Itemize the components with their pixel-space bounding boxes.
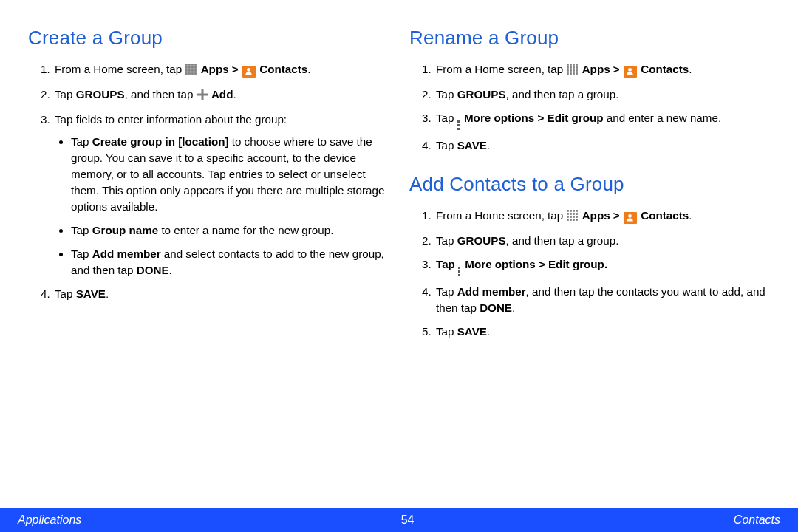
svg-rect-30 [576,69,579,72]
svg-rect-14 [191,72,194,75]
list-item: Tap GROUPS, and then tap a group. [434,233,770,249]
svg-rect-4 [185,66,188,69]
list-item: Tap More options > Edit group. [434,256,770,276]
list-item: Tap SAVE. [53,286,389,302]
svg-rect-44 [567,216,569,218]
svg-rect-10 [191,69,194,72]
list-item: Tap Group name to enter a name for the n… [71,222,389,239]
text-bold: Contacts [641,209,689,222]
text: , and then tap [125,88,197,100]
svg-rect-39 [576,210,579,212]
list-item: Tap Add member and select contacts to ad… [71,246,389,279]
text-bold: GROUPS [457,234,506,247]
rename-group-steps: From a Home screen, tap Apps > Contacts. [409,61,770,154]
svg-rect-20 [570,64,572,66]
text-bold: Tap [436,258,458,270]
list-item: Tap Create group in [location] to choose… [71,134,389,215]
create-group-bullets: Tap Create group in [location] to choose… [55,134,389,279]
text-bold: DONE [480,301,512,314]
svg-rect-2 [191,64,194,66]
svg-rect-33 [573,72,575,75]
svg-rect-22 [576,64,579,66]
svg-point-16 [248,68,251,72]
text: . [689,63,692,75]
svg-rect-31 [567,72,569,75]
svg-rect-6 [191,66,194,69]
list-item: Tap SAVE. [434,324,770,340]
svg-rect-24 [570,66,572,69]
svg-rect-7 [195,66,197,69]
apps-grid-icon [185,63,197,79]
more-options-icon [457,120,460,130]
contact-icon [242,66,256,78]
text: Tap [436,325,457,338]
svg-rect-12 [185,72,188,75]
text: From a Home screen, tap [436,209,566,222]
svg-rect-15 [195,72,197,75]
svg-rect-34 [576,72,579,75]
list-item: From a Home screen, tap Apps > Contacts. [434,61,770,79]
svg-rect-18 [197,94,208,96]
text: Tap [436,234,457,247]
list-item: From a Home screen, tap Apps > Contacts. [53,61,389,79]
svg-rect-47 [576,216,579,218]
text: Tap fields to enter information about th… [55,113,287,126]
text-bold: > [610,63,623,75]
svg-rect-23 [567,66,569,69]
text: Tap [71,135,92,148]
text: to enter a name for the new group. [158,224,333,236]
text-bold: Add member [92,248,161,260]
text: From a Home screen, tap [436,63,566,75]
svg-rect-29 [573,69,575,72]
text-bold: > [229,63,242,75]
svg-rect-50 [573,219,575,221]
svg-rect-3 [195,64,197,66]
text: , and then tap a group. [506,88,619,100]
text: . [169,264,172,276]
svg-rect-5 [188,66,191,69]
list-item: Tap Add member, and then tap the contact… [434,284,770,316]
list-item: Tap More options > Edit group and enter … [434,110,770,130]
text-bold: Add member [457,285,526,298]
text: . [487,139,490,151]
svg-rect-43 [576,213,579,215]
text: Tap [436,88,457,100]
svg-rect-41 [570,213,572,215]
heading-add-contacts: Add Contacts to a Group [409,173,770,196]
footer-left: Applications [18,514,81,527]
text-bold: DONE [137,264,169,276]
apps-grid-icon [567,63,578,79]
svg-rect-9 [188,69,191,72]
create-group-steps: From a Home screen, tap Apps > Contacts. [28,61,389,302]
list-item: From a Home screen, tap Apps > Contacts. [434,208,770,225]
text-bold: More options > Edit group [465,258,604,270]
text-bold: Apps [582,63,610,75]
svg-rect-21 [573,64,575,66]
svg-rect-51 [576,219,579,221]
text-bold: Add [211,88,233,100]
svg-rect-25 [573,66,575,69]
svg-rect-37 [570,210,572,212]
text-bold: Group name [92,224,158,236]
text: Tap [55,287,76,300]
footer-right: Contacts [734,514,780,527]
svg-rect-38 [573,210,575,212]
text: , and then tap a group. [506,234,619,247]
right-column: Rename a Group From a Home screen, tap A… [409,27,770,504]
text-bold: Create group in [location] [92,135,229,148]
svg-rect-26 [576,66,579,69]
apps-grid-icon [567,209,578,225]
list-item: Tap fields to enter information about th… [53,112,389,279]
text-bold: Contacts [641,63,689,75]
svg-rect-48 [567,219,569,221]
text: Tap [436,112,457,124]
text: Tap [71,224,92,236]
svg-rect-27 [567,69,569,72]
svg-rect-19 [567,64,569,66]
svg-rect-40 [567,213,569,215]
text: Tap [436,139,457,151]
text-bold: SAVE [457,325,487,338]
svg-point-52 [629,214,632,218]
page-content: Create a Group From a Home screen, tap A… [0,0,798,504]
svg-rect-1 [188,64,191,66]
